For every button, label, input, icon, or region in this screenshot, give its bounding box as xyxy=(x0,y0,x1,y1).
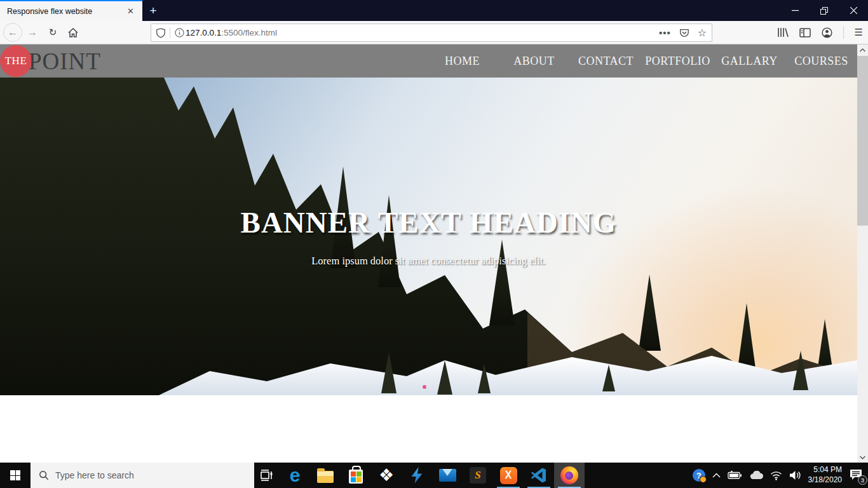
start-button[interactable] xyxy=(0,463,31,488)
nav-link-courses[interactable]: COURSES xyxy=(785,55,857,68)
tab-close-icon[interactable]: ✕ xyxy=(125,6,137,17)
taskbar-app-edge[interactable]: e xyxy=(280,463,310,488)
windows-taskbar: e ❖ S ꓫ ? 5:04 PM 3/18/2020 3 xyxy=(0,463,868,488)
onedrive-icon[interactable] xyxy=(749,471,763,480)
toolbar-divider xyxy=(843,26,844,39)
wifi-icon[interactable] xyxy=(770,471,782,480)
nav-link-gallary[interactable]: GALLARY xyxy=(714,55,785,68)
action-center-button[interactable]: 3 xyxy=(849,468,864,482)
tray-chevron-up-icon[interactable] xyxy=(712,473,721,478)
notification-count-badge: 3 xyxy=(858,475,867,485)
taskbar-app-firefox[interactable] xyxy=(554,463,585,488)
scrollbar-down-arrow[interactable] xyxy=(857,452,868,463)
file-explorer-icon xyxy=(317,471,334,483)
help-tray-icon[interactable]: ? xyxy=(693,469,705,482)
scrollbar-thumb[interactable] xyxy=(857,56,868,226)
new-tab-button[interactable]: + xyxy=(142,0,164,21)
taskbar-app-store[interactable] xyxy=(341,463,371,488)
logo-name: POINT xyxy=(29,48,101,75)
pocket-icon[interactable] xyxy=(679,28,689,38)
tray-time: 5:04 PM xyxy=(808,465,842,475)
mail-icon xyxy=(439,469,456,482)
site-logo: THE POINT xyxy=(0,44,101,78)
scrollbar-up-arrow[interactable] xyxy=(857,44,868,55)
nav-link-contact[interactable]: CONTACT xyxy=(570,55,642,68)
site-nav: HOME ABOUT CONTACT PORTFOLIO GALLARY COU… xyxy=(426,55,857,68)
url-bar[interactable]: 127.0.0.1:5500/flex.html ••• ☆ xyxy=(151,24,712,42)
sidebar-icon[interactable] xyxy=(799,28,811,37)
site-header: THE POINT HOME ABOUT CONTACT PORTFOLIO G… xyxy=(0,44,857,78)
url-host: 127.0.0.1 xyxy=(186,28,221,37)
firefox-icon xyxy=(560,466,578,484)
xampp-icon: ꓫ xyxy=(500,467,517,484)
bookmark-star-icon[interactable]: ☆ xyxy=(698,27,707,39)
hero-banner: BANNER TEXT HEADING Lorem ipsum dolor si… xyxy=(0,78,857,395)
battery-icon[interactable] xyxy=(728,471,742,480)
taskbar-app-sublime[interactable]: S xyxy=(463,463,493,488)
forward-button[interactable]: → xyxy=(22,22,43,43)
system-tray: ? 5:04 PM 3/18/2020 3 xyxy=(693,463,868,488)
tab-title: Responsive flex website xyxy=(7,7,125,16)
restore-button[interactable] xyxy=(810,0,839,21)
browser-tab-bar: Responsive flex website ✕ + xyxy=(0,0,868,21)
nav-link-about[interactable]: ABOUT xyxy=(498,55,570,68)
browser-tab[interactable]: Responsive flex website ✕ xyxy=(0,0,142,21)
taskbar-app-dropbox[interactable]: ❖ xyxy=(371,463,402,488)
taskbar-app-vscode[interactable] xyxy=(524,463,554,488)
windows-logo-icon xyxy=(10,470,20,480)
close-window-button[interactable] xyxy=(839,0,868,21)
lightning-app-icon xyxy=(410,467,424,484)
sublime-text-icon: S xyxy=(470,467,486,484)
edge-icon: e xyxy=(290,468,301,483)
library-icon[interactable] xyxy=(777,27,789,37)
page-scrollbar[interactable] xyxy=(857,44,868,463)
minimize-button[interactable] xyxy=(780,0,810,21)
nav-link-portfolio[interactable]: PORTFOLIO xyxy=(642,55,714,68)
search-input[interactable] xyxy=(55,470,233,480)
taskbar-app-lightning[interactable] xyxy=(402,463,432,488)
back-button[interactable]: ← xyxy=(3,23,22,42)
url-path: :5500/flex.html xyxy=(221,28,277,37)
tracking-protection-shield-icon[interactable] xyxy=(156,28,165,38)
page-body-section xyxy=(0,395,857,463)
home-button[interactable] xyxy=(63,22,83,43)
microsoft-store-icon xyxy=(349,470,363,484)
volume-icon[interactable] xyxy=(789,470,801,480)
account-icon[interactable] xyxy=(822,27,832,38)
banner-heading: BANNER TEXT HEADING xyxy=(0,208,857,238)
vscode-icon xyxy=(531,467,547,484)
window-controls xyxy=(780,0,868,21)
menu-icon[interactable]: ☰ xyxy=(855,27,863,38)
taskbar-search[interactable] xyxy=(31,463,254,488)
logo-badge: THE xyxy=(0,45,32,77)
taskbar-clock[interactable]: 5:04 PM 3/18/2020 xyxy=(808,465,842,485)
task-view-icon xyxy=(260,469,274,482)
skier-dot xyxy=(423,385,426,389)
task-view-button[interactable] xyxy=(254,463,280,488)
search-icon xyxy=(39,470,49,480)
taskbar-app-mail[interactable] xyxy=(432,463,463,488)
taskbar-app-xampp[interactable]: ꓫ xyxy=(493,463,524,488)
tray-date: 3/18/2020 xyxy=(808,475,842,485)
banner-copy: BANNER TEXT HEADING Lorem ipsum dolor si… xyxy=(0,208,857,268)
site-info-icon[interactable] xyxy=(175,28,184,37)
browser-toolbar: ← → ↻ 127.0.0.1:5500/flex.html ••• ☆ ☰ xyxy=(0,21,868,44)
reload-button[interactable]: ↻ xyxy=(43,22,63,43)
urlbar-divider xyxy=(170,27,170,38)
page-actions-icon[interactable]: ••• xyxy=(659,27,671,38)
banner-subheading: Lorem ipsum dolor sit amet consectetur a… xyxy=(0,255,857,268)
nav-link-home[interactable]: HOME xyxy=(426,55,498,68)
taskbar-app-file-explorer[interactable] xyxy=(310,463,341,488)
url-text: 127.0.0.1:5500/flex.html xyxy=(186,28,277,37)
dropbox-icon: ❖ xyxy=(379,467,394,484)
